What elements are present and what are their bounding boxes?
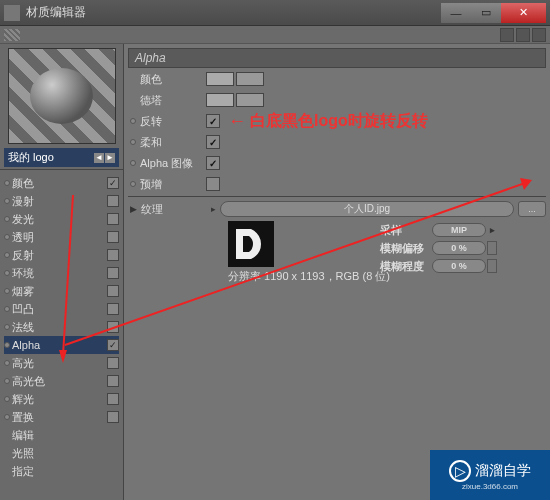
material-name-field[interactable]: 我的 logo ◄ ► <box>4 148 119 167</box>
material-name-text: 我的 logo <box>8 150 54 165</box>
channel-颜色[interactable]: 颜色 <box>4 174 119 192</box>
watermark: ▷ 溜溜自学 zixue.3d66.com <box>430 450 550 500</box>
prop-color: 颜色 <box>128 69 546 89</box>
channel-反射[interactable]: 反射 <box>4 246 119 264</box>
channel-checkbox[interactable] <box>107 231 119 243</box>
invert-checkbox[interactable] <box>206 114 220 128</box>
channel-编辑[interactable]: 编辑 <box>4 426 119 444</box>
right-panel: Alpha 颜色 德塔 反转 ←白底黑色logo时旋转反转 柔和 Alpha 图… <box>124 44 550 500</box>
channel-高光[interactable]: 高光 <box>4 354 119 372</box>
window-title: 材质编辑器 <box>26 4 441 21</box>
channel-凹凸[interactable]: 凹凸 <box>4 300 119 318</box>
channel-checkbox[interactable] <box>107 249 119 261</box>
channel-Alpha[interactable]: Alpha <box>4 336 119 354</box>
prop-texture: ▶ 纹理 ▸ 个人ID.jpg ... <box>128 199 546 219</box>
preview-sphere-icon <box>30 68 94 124</box>
channel-checkbox[interactable] <box>107 267 119 279</box>
toolbar <box>0 26 550 44</box>
channel-checkbox[interactable] <box>107 177 119 189</box>
annotation-arrow-icon: ← <box>228 111 246 132</box>
channel-高光色[interactable]: 高光色 <box>4 372 119 390</box>
texture-thumbnail[interactable]: 采样MIP▸ 模糊偏移0 % 模糊程度0 % <box>228 221 274 267</box>
next-material-button[interactable]: ► <box>105 153 115 163</box>
blur-offset-field[interactable]: 0 % <box>432 241 486 255</box>
channel-透明[interactable]: 透明 <box>4 228 119 246</box>
sample-select[interactable]: MIP <box>432 223 486 237</box>
play-icon: ▷ <box>449 460 471 482</box>
grip-icon <box>4 29 20 41</box>
color-swatch-a[interactable] <box>206 72 234 86</box>
channel-漫射[interactable]: 漫射 <box>4 192 119 210</box>
titlebar: 材质编辑器 — ▭ ✕ <box>0 0 550 26</box>
window-buttons: — ▭ ✕ <box>441 3 546 23</box>
channel-checkbox[interactable] <box>107 393 119 405</box>
tool-icon-1[interactable] <box>500 28 514 42</box>
texture-file-field[interactable]: 个人ID.jpg <box>220 201 514 217</box>
channel-烟雾[interactable]: 烟雾 <box>4 282 119 300</box>
app-icon <box>4 5 20 21</box>
prop-alphaimg: Alpha 图像 <box>128 153 546 173</box>
tool-icon-2[interactable] <box>516 28 530 42</box>
channel-置换[interactable]: 置换 <box>4 408 119 426</box>
channel-checkbox[interactable] <box>107 411 119 423</box>
delta-swatch-a[interactable] <box>206 93 234 107</box>
left-panel: 我的 logo ◄ ► 颜色漫射发光透明反射环境烟雾凹凸法线Alpha高光高光色… <box>0 44 124 500</box>
close-button[interactable]: ✕ <box>501 3 546 23</box>
channel-list: 颜色漫射发光透明反射环境烟雾凹凸法线Alpha高光高光色辉光置换编辑光照指定 <box>0 172 123 482</box>
prop-premult: 预增 <box>128 174 546 194</box>
expand-icon[interactable]: ▶ <box>130 204 137 214</box>
channel-checkbox[interactable] <box>107 339 119 351</box>
channel-checkbox[interactable] <box>107 213 119 225</box>
chevron-down-icon[interactable]: ▸ <box>490 225 495 235</box>
prev-material-button[interactable]: ◄ <box>94 153 104 163</box>
texture-dropdown-icon[interactable]: ▸ <box>211 204 216 214</box>
channel-checkbox[interactable] <box>107 375 119 387</box>
channel-发光[interactable]: 发光 <box>4 210 119 228</box>
texture-browse-button[interactable]: ... <box>518 201 546 217</box>
tool-icon-3[interactable] <box>532 28 546 42</box>
premult-checkbox[interactable] <box>206 177 220 191</box>
delta-swatch-b[interactable] <box>236 93 264 107</box>
soft-checkbox[interactable] <box>206 135 220 149</box>
prop-delta: 德塔 <box>128 90 546 110</box>
channel-辉光[interactable]: 辉光 <box>4 390 119 408</box>
channel-checkbox[interactable] <box>107 285 119 297</box>
prop-invert: 反转 ←白底黑色logo时旋转反转 <box>128 111 546 131</box>
minimize-button[interactable]: — <box>441 3 471 23</box>
channel-checkbox[interactable] <box>107 357 119 369</box>
channel-checkbox[interactable] <box>107 321 119 333</box>
panel-title: Alpha <box>128 48 546 68</box>
channel-环境[interactable]: 环境 <box>4 264 119 282</box>
channel-checkbox[interactable] <box>107 303 119 315</box>
annotation-text: ←白底黑色logo时旋转反转 <box>228 111 428 132</box>
alphaimg-checkbox[interactable] <box>206 156 220 170</box>
blur-scale-field[interactable]: 0 % <box>432 259 486 273</box>
prop-soft: 柔和 <box>128 132 546 152</box>
material-preview[interactable] <box>8 48 116 144</box>
color-swatch-b[interactable] <box>236 72 264 86</box>
maximize-button[interactable]: ▭ <box>471 3 501 23</box>
blur-offset-spinner[interactable] <box>487 241 497 255</box>
channel-法线[interactable]: 法线 <box>4 318 119 336</box>
blur-scale-spinner[interactable] <box>487 259 497 273</box>
channel-光照[interactable]: 光照 <box>4 444 119 462</box>
channel-指定[interactable]: 指定 <box>4 462 119 480</box>
channel-checkbox[interactable] <box>107 195 119 207</box>
